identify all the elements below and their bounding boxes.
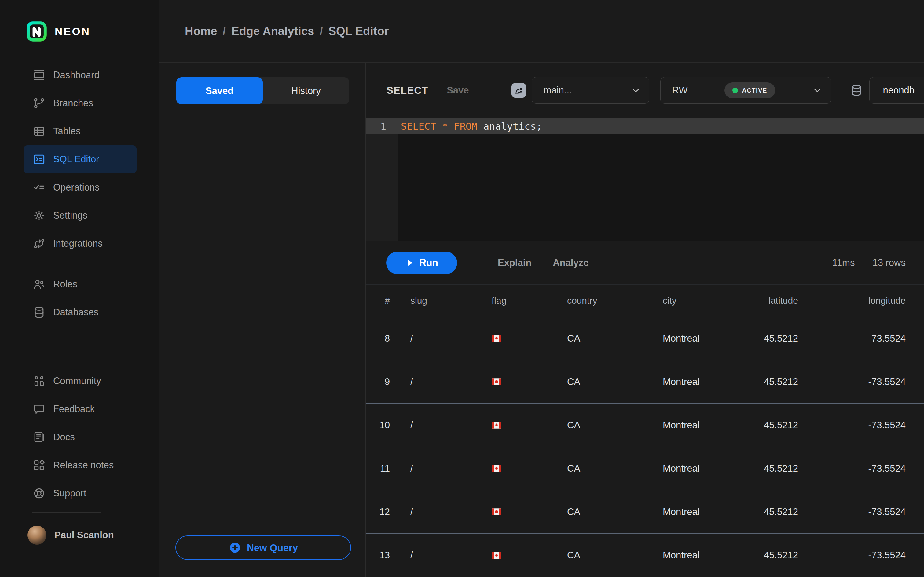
sidebar-item-release-notes[interactable]: Release notes — [0, 451, 158, 479]
cell-city: Montreal — [656, 404, 741, 446]
save-button[interactable]: Save — [445, 85, 470, 96]
sidebar-bottom: CommunityFeedbackDocsRelease notesSuppor… — [0, 367, 158, 549]
sidebar: NEON DashboardBranchesTablesSQL EditorOp… — [0, 0, 159, 577]
sidebar-item-sql-editor[interactable]: SQL Editor — [24, 145, 137, 173]
sidebar-item-label: Integrations — [53, 238, 103, 249]
cell-country: CA — [560, 490, 656, 533]
table-row: 13/CAMontreal45.5212-73.5524 — [366, 533, 924, 577]
cell-num: 12 — [366, 490, 403, 533]
sql-editor-surface[interactable]: 1 SELECT * FROM analytics; — [366, 118, 924, 241]
sql-editor-icon — [32, 153, 46, 166]
cell-flag — [484, 404, 560, 446]
breadcrumb-home[interactable]: Home — [185, 25, 217, 38]
cell-country: CA — [560, 404, 656, 446]
table-row: 9/CAMontreal45.5212-73.5524 — [366, 360, 924, 404]
flag-ca-icon — [492, 552, 501, 559]
sidebar-item-settings[interactable]: Settings — [0, 201, 158, 230]
integrations-icon — [32, 237, 46, 250]
sidebar-item-label: Dashboard — [53, 69, 100, 81]
query-row-count: 13 rows — [872, 257, 906, 268]
community-icon — [32, 374, 46, 388]
column-header-latitude: latitude — [741, 285, 798, 317]
sidebar-item-dashboard[interactable]: Dashboard — [0, 61, 158, 89]
active-dot-icon — [732, 88, 738, 93]
cell-num: 9 — [366, 360, 403, 403]
sidebar-item-branches[interactable]: Branches — [0, 89, 158, 117]
sidebar-item-label: Branches — [53, 98, 93, 109]
breadcrumb-edge-analytics[interactable]: Edge Analytics — [231, 25, 314, 38]
tables-icon — [32, 124, 46, 138]
flag-ca-icon — [492, 465, 501, 472]
saved-queries-panel-header: SavedHistory — [159, 63, 365, 118]
sidebar-item-tables[interactable]: Tables — [0, 117, 158, 145]
sidebar-item-support[interactable]: Support — [0, 479, 158, 508]
sidebar-item-feedback[interactable]: Feedback — [0, 395, 158, 423]
sidebar-divider — [32, 263, 102, 263]
cell-city: Montreal — [656, 447, 741, 490]
cell-longitude: -73.5524 — [798, 360, 924, 403]
user-menu[interactable]: Paul Scanlon — [0, 521, 158, 549]
editor-gutter — [366, 118, 399, 241]
sidebar-item-label: Feedback — [53, 404, 95, 414]
sidebar-item-databases[interactable]: Databases — [0, 298, 158, 326]
branch-select-value: main... — [544, 85, 572, 96]
sidebar-item-label: Support — [53, 488, 86, 499]
branch-chip-button[interactable] — [512, 83, 526, 98]
results-table: #slugflagcountrycitylatitudelongitude8/C… — [366, 284, 924, 577]
code-token-plain: analytics; — [477, 121, 542, 132]
column-header-num: # — [366, 285, 403, 317]
sidebar-item-roles[interactable]: Roles — [0, 270, 158, 298]
roles-icon — [32, 277, 46, 291]
sidebar-item-integrations[interactable]: Integrations — [0, 230, 158, 258]
branch-select[interactable]: main... — [531, 77, 649, 104]
tab-history[interactable]: History — [263, 77, 349, 105]
query-name: SELECT — [386, 85, 428, 96]
cell-slug: / — [403, 317, 484, 360]
compute-select-value: RW — [672, 85, 688, 96]
tab-saved[interactable]: Saved — [176, 77, 263, 105]
results-toolbar-divider — [477, 249, 477, 277]
cell-flag — [484, 533, 560, 577]
analyze-button[interactable]: Analyze — [551, 257, 590, 269]
settings-icon — [32, 209, 46, 222]
sidebar-item-label: Release notes — [53, 460, 114, 471]
column-header-longitude: longitude — [798, 285, 924, 317]
cell-slug: / — [403, 533, 484, 577]
saved-history-tab-group: SavedHistory — [176, 77, 349, 105]
sidebar-item-label: Tables — [53, 126, 81, 137]
release-notes-icon — [32, 459, 46, 472]
cell-num: 13 — [366, 533, 403, 577]
database-icon — [850, 83, 863, 98]
sidebar-item-operations[interactable]: Operations — [0, 173, 158, 201]
sidebar-divider — [32, 512, 102, 513]
cell-country: CA — [560, 317, 656, 360]
flag-ca-icon — [492, 335, 501, 342]
editor-toolbar: SELECT Save main... RW ACTIVE — [366, 63, 924, 118]
run-label: Run — [419, 257, 438, 268]
logo-link[interactable]: NEON — [27, 21, 90, 42]
column-header-flag: flag — [484, 285, 560, 317]
sidebar-item-label: SQL Editor — [53, 154, 99, 165]
sidebar-item-community[interactable]: Community — [0, 367, 158, 395]
neon-logo-icon — [27, 21, 47, 42]
cell-country: CA — [560, 447, 656, 490]
user-name: Paul Scanlon — [54, 530, 114, 541]
column-header-slug: slug — [403, 285, 484, 317]
database-select[interactable]: neondb — [869, 77, 924, 104]
sidebar-item-docs[interactable]: Docs — [0, 423, 158, 451]
breadcrumb-sql-editor: SQL Editor — [328, 25, 389, 38]
run-button[interactable]: Run — [386, 251, 457, 274]
sidebar-nav-secondary: CommunityFeedbackDocsRelease notesSuppor… — [0, 367, 158, 508]
code-token-keyword: SELECT * FROM — [401, 121, 477, 132]
dashboard-icon — [32, 68, 46, 82]
compute-select[interactable]: RW ACTIVE — [660, 77, 832, 104]
query-duration: 11ms — [832, 257, 855, 268]
support-icon — [32, 487, 46, 500]
explain-button[interactable]: Explain — [496, 257, 533, 269]
cell-country: CA — [560, 533, 656, 577]
line-number: 1 — [366, 121, 399, 132]
breadcrumb-separator: / — [223, 25, 226, 38]
cell-flag — [484, 317, 560, 360]
new-query-button[interactable]: New Query — [175, 535, 351, 560]
cell-num: 11 — [366, 447, 403, 490]
